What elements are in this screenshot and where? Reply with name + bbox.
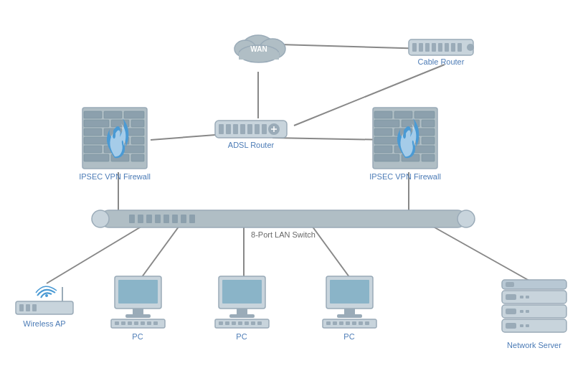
svg-rect-121 bbox=[219, 321, 223, 325]
svg-rect-93 bbox=[181, 215, 186, 223]
svg-rect-138 bbox=[352, 321, 356, 325]
svg-rect-22 bbox=[412, 43, 417, 52]
svg-rect-37 bbox=[247, 124, 252, 134]
svg-rect-36 bbox=[240, 124, 245, 134]
svg-rect-38 bbox=[255, 124, 260, 134]
svg-rect-59 bbox=[124, 146, 144, 153]
svg-rect-87 bbox=[129, 215, 135, 223]
svg-rect-125 bbox=[245, 321, 249, 325]
svg-rect-99 bbox=[32, 304, 37, 311]
svg-rect-89 bbox=[146, 215, 152, 223]
svg-point-86 bbox=[457, 210, 475, 227]
svg-text:PC: PC bbox=[236, 332, 247, 341]
svg-rect-112 bbox=[141, 321, 145, 325]
svg-rect-135 bbox=[333, 321, 337, 325]
svg-text:IPSEC VPN Firewall: IPSEC VPN Firewall bbox=[369, 172, 441, 181]
svg-rect-96 bbox=[16, 301, 73, 314]
svg-rect-131 bbox=[344, 309, 355, 314]
svg-rect-152 bbox=[520, 296, 523, 298]
svg-rect-39 bbox=[262, 124, 267, 134]
svg-rect-77 bbox=[374, 146, 392, 153]
svg-rect-119 bbox=[229, 314, 255, 318]
svg-text:IPSEC VPN Firewall: IPSEC VPN Firewall bbox=[79, 172, 151, 181]
svg-rect-82 bbox=[422, 154, 435, 161]
svg-rect-91 bbox=[163, 215, 169, 223]
svg-rect-155 bbox=[506, 282, 514, 287]
svg-rect-98 bbox=[26, 304, 30, 311]
svg-text:Wireless AP: Wireless AP bbox=[23, 319, 65, 328]
svg-rect-51 bbox=[84, 128, 102, 136]
svg-rect-137 bbox=[346, 321, 350, 325]
svg-text:Network Server: Network Server bbox=[507, 341, 561, 349]
svg-rect-132 bbox=[337, 314, 362, 318]
svg-rect-62 bbox=[131, 154, 144, 161]
svg-rect-46 bbox=[104, 111, 122, 118]
svg-rect-88 bbox=[138, 215, 143, 223]
svg-rect-144 bbox=[520, 324, 523, 327]
svg-text:ADSL Router: ADSL Router bbox=[228, 141, 275, 149]
svg-text:PC: PC bbox=[343, 332, 354, 341]
svg-rect-33 bbox=[219, 124, 224, 134]
svg-rect-34 bbox=[226, 124, 231, 134]
svg-text:Cable Router: Cable Router bbox=[418, 57, 465, 66]
svg-rect-79 bbox=[414, 146, 435, 153]
svg-rect-111 bbox=[134, 321, 138, 325]
network-diagram: WAN Cable Router ADSL Router bbox=[0, 0, 588, 381]
svg-point-30 bbox=[467, 44, 474, 51]
svg-rect-70 bbox=[422, 120, 435, 127]
svg-rect-109 bbox=[121, 321, 125, 325]
svg-rect-47 bbox=[124, 111, 144, 118]
svg-rect-27 bbox=[445, 43, 449, 52]
svg-rect-118 bbox=[237, 309, 247, 314]
svg-rect-139 bbox=[359, 321, 363, 325]
svg-rect-25 bbox=[432, 43, 436, 52]
svg-rect-143 bbox=[506, 323, 516, 329]
svg-rect-97 bbox=[19, 304, 24, 311]
svg-rect-126 bbox=[251, 321, 255, 325]
svg-rect-117 bbox=[222, 280, 262, 304]
svg-rect-48 bbox=[84, 120, 109, 127]
svg-rect-60 bbox=[84, 154, 109, 161]
svg-point-101 bbox=[45, 294, 48, 297]
svg-text:8-Port LAN Switch: 8-Port LAN Switch bbox=[251, 230, 316, 239]
svg-rect-127 bbox=[257, 321, 262, 325]
svg-rect-74 bbox=[374, 137, 399, 144]
svg-point-85 bbox=[92, 210, 109, 227]
svg-text:PC: PC bbox=[132, 332, 143, 341]
svg-rect-26 bbox=[438, 43, 442, 52]
svg-rect-92 bbox=[172, 215, 178, 223]
svg-rect-110 bbox=[128, 321, 132, 325]
svg-rect-94 bbox=[189, 215, 195, 223]
svg-rect-56 bbox=[131, 137, 144, 144]
svg-rect-134 bbox=[326, 321, 331, 325]
svg-rect-130 bbox=[330, 280, 369, 304]
svg-rect-67 bbox=[414, 111, 435, 118]
svg-rect-57 bbox=[84, 146, 102, 153]
svg-rect-19 bbox=[239, 52, 279, 60]
svg-rect-106 bbox=[125, 314, 151, 318]
svg-rect-145 bbox=[526, 324, 529, 327]
svg-rect-108 bbox=[115, 321, 119, 325]
svg-rect-50 bbox=[131, 120, 144, 127]
svg-rect-153 bbox=[526, 296, 529, 298]
cable-router: Cable Router bbox=[409, 39, 474, 66]
svg-text:WAN: WAN bbox=[250, 45, 267, 53]
svg-rect-28 bbox=[451, 43, 455, 52]
svg-rect-35 bbox=[233, 124, 238, 134]
svg-rect-149 bbox=[526, 310, 529, 313]
svg-rect-24 bbox=[425, 43, 430, 52]
svg-rect-136 bbox=[339, 321, 343, 325]
svg-rect-23 bbox=[419, 43, 423, 52]
svg-rect-122 bbox=[225, 321, 229, 325]
svg-rect-45 bbox=[84, 111, 102, 118]
svg-rect-71 bbox=[374, 128, 392, 136]
svg-rect-66 bbox=[394, 111, 412, 118]
svg-rect-105 bbox=[133, 309, 143, 314]
svg-rect-123 bbox=[232, 321, 236, 325]
svg-rect-0 bbox=[0, 0, 588, 381]
svg-rect-140 bbox=[365, 321, 369, 325]
svg-rect-29 bbox=[457, 43, 462, 52]
svg-rect-65 bbox=[374, 111, 392, 118]
svg-rect-76 bbox=[422, 137, 435, 144]
svg-rect-90 bbox=[155, 215, 161, 223]
